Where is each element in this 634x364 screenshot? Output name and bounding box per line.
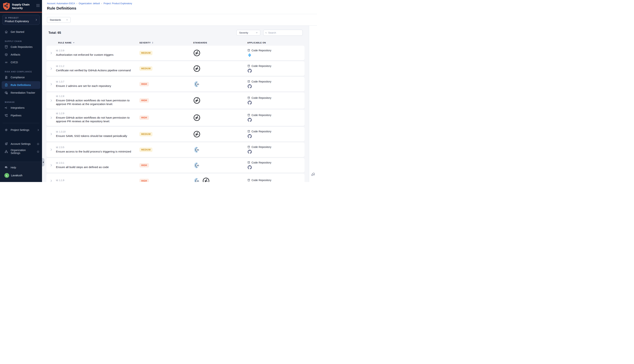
code-repository-icon	[247, 161, 250, 164]
sidebar-item-label: Help	[11, 166, 16, 169]
rule-name: Ensure all build steps are defined as co…	[56, 165, 136, 169]
sidebar-item-help[interactable]: ? Help	[0, 164, 42, 171]
standards-cell	[193, 65, 247, 72]
owasp-standard-icon	[193, 49, 200, 57]
column-header-applicable-on: APPLICABLE ON	[247, 42, 304, 44]
rule-id: Id: 2.1.2	[56, 65, 136, 68]
rule-name: Ensure GitHub action workflows do not ha…	[56, 116, 136, 123]
rule-id: Id: 2.3.5	[56, 146, 136, 149]
help-chat-icon: ?	[5, 166, 8, 169]
harness-code-icon	[248, 53, 251, 57]
expand-chevron-icon[interactable]	[50, 116, 53, 119]
breadcrumb-account[interactable]: Account: Automation-SSCA	[47, 2, 75, 5]
table-row[interactable]: Id: 1.1.9 HIGH Code Repository	[47, 174, 304, 182]
expand-chevron-icon[interactable]	[50, 67, 53, 70]
applicable-on-label: Code Repository	[251, 96, 271, 99]
search-box	[263, 30, 303, 36]
expand-chevron-icon[interactable]	[50, 133, 53, 136]
expand-chevron-icon[interactable]	[50, 180, 53, 182]
column-header-severity[interactable]: SEVERITY	[139, 42, 193, 44]
expand-chevron-icon[interactable]	[50, 83, 53, 86]
user-menu[interactable]: L Lavakush	[0, 171, 42, 180]
severity-badge: MEDIUM	[139, 51, 152, 55]
table-controls: Total: 65 Severity	[47, 30, 304, 36]
repo-platform-icons	[247, 150, 252, 154]
standards-filter-dropdown[interactable]: Standards	[47, 17, 71, 23]
table-row[interactable]: Id: 2.3.5 Ensure access to the build pro…	[47, 142, 304, 157]
chevron-right-icon	[37, 129, 40, 131]
sidebar-collapse-handle[interactable]	[42, 158, 44, 166]
table-row[interactable]: Id: 2.1.2 Certificate not verified by Gi…	[47, 61, 304, 76]
standards-cell	[193, 146, 247, 154]
code-repository-icon	[247, 130, 250, 133]
repo-platform-icons	[247, 69, 252, 73]
support-chat-icon[interactable]	[311, 172, 315, 176]
table-row[interactable]: Id: 1.3.10 Ensure SAML SSO tokens should…	[47, 127, 304, 142]
sidebar-item-label: Code Repositories	[11, 46, 33, 48]
search-icon	[265, 31, 267, 34]
sidebar-item-remediation-tracker[interactable]: Remediation Tracker	[0, 89, 42, 96]
expand-chevron-icon[interactable]	[50, 164, 53, 166]
info-icon[interactable]	[37, 150, 40, 153]
search-input[interactable]	[268, 31, 301, 34]
chevron-right-icon	[35, 18, 38, 21]
accent-divider	[0, 12, 42, 12]
github-icon	[248, 100, 252, 105]
rule-id: Id: 1.2.9	[56, 112, 136, 115]
expand-chevron-icon[interactable]	[50, 99, 53, 102]
breadcrumb-separator: ›	[101, 2, 102, 5]
table-row[interactable]: Id: 2.3.9 Authorization not enforced for…	[47, 46, 304, 60]
sidebar-item-rule-definitions[interactable]: Rule Definitions	[2, 81, 40, 89]
sidebar-item-artifacts[interactable]: Artifacts	[0, 51, 42, 58]
app-switcher-icon[interactable]	[36, 4, 40, 7]
applicable-on-cell: Code Repository	[247, 130, 304, 138]
applicable-on-cell: Code Repository	[247, 161, 304, 169]
applicable-on-cell: Code Repository	[247, 49, 304, 57]
sidebar-item-cicd[interactable]: ∞ CI/CD	[0, 58, 42, 66]
sidebar-item-organization-settings[interactable]: Organization Settings	[0, 148, 42, 156]
severity-badge: HIGH	[139, 98, 149, 103]
info-icon[interactable]	[37, 142, 40, 145]
expand-chevron-icon[interactable]	[50, 52, 53, 54]
code-repository-icon	[5, 45, 8, 49]
filters-toolbar: Standards	[42, 14, 317, 26]
sidebar-item-integrations[interactable]: Integrations	[0, 104, 42, 112]
table-row[interactable]: Id: 1.2.8 Ensure GitHub action workflows…	[47, 92, 304, 109]
rule-name: Ensure GitHub action workflows do not ha…	[56, 98, 136, 106]
project-selector[interactable]: PROJECT Product Exploratory	[3, 15, 40, 25]
box-tool-icon	[5, 91, 8, 94]
breadcrumb: Account: Automation-SSCA › Organization:…	[47, 2, 317, 5]
severity-filter-label: Severity	[239, 31, 248, 34]
sidebar-nav: Get Started SUPPLY CHAIN Code Repositori…	[0, 25, 42, 162]
project-cube-icon	[5, 17, 7, 19]
sidebar-item-pipelines[interactable]: Pipelines	[0, 112, 42, 119]
cis-standard-icon	[193, 177, 200, 182]
breadcrumb-organization[interactable]: Organization: default	[79, 2, 100, 5]
code-repository-icon	[247, 80, 250, 83]
sidebar-item-get-started[interactable]: Get Started	[0, 28, 42, 36]
sidebar-item-project-settings[interactable]: Project Settings	[0, 126, 42, 134]
cis-standard-icon	[193, 80, 200, 88]
applicable-on-cell: Code Repository	[247, 179, 304, 182]
sidebar-item-label: Compliance	[11, 76, 25, 79]
table-row[interactable]: Id: 1.3.7 Ensure 2 admins are set for ea…	[47, 77, 304, 92]
github-icon	[248, 84, 252, 88]
chevron-down-icon	[255, 32, 258, 34]
github-icon	[248, 134, 252, 138]
integrations-icon	[5, 106, 8, 110]
sidebar-item-account-settings[interactable]: Account Settings	[0, 140, 42, 148]
expand-chevron-icon[interactable]	[50, 148, 53, 151]
project-name: Product Exploratory	[5, 20, 38, 23]
severity-filter-dropdown[interactable]: Severity	[236, 30, 260, 36]
sidebar-item-compliance[interactable]: Compliance	[0, 74, 42, 81]
table-row[interactable]: Id: 2.3.1 Ensure all build steps are def…	[47, 158, 304, 173]
sidebar-item-label: Organization Settings	[11, 149, 34, 154]
rules-table-section: Total: 65 Severity RULE N	[42, 26, 309, 182]
repo-platform-icons	[247, 53, 251, 57]
applicable-on-label: Code Repository	[251, 179, 271, 182]
applicable-on-cell: Code Repository	[247, 64, 304, 73]
breadcrumb-project[interactable]: Project: Product Exploratory	[104, 2, 132, 5]
table-row[interactable]: Id: 1.2.9 Ensure GitHub action workflows…	[47, 110, 304, 126]
sidebar-item-code-repositories[interactable]: Code Repositories	[0, 43, 42, 51]
column-header-rule-name[interactable]: RULE NAME	[56, 42, 139, 44]
